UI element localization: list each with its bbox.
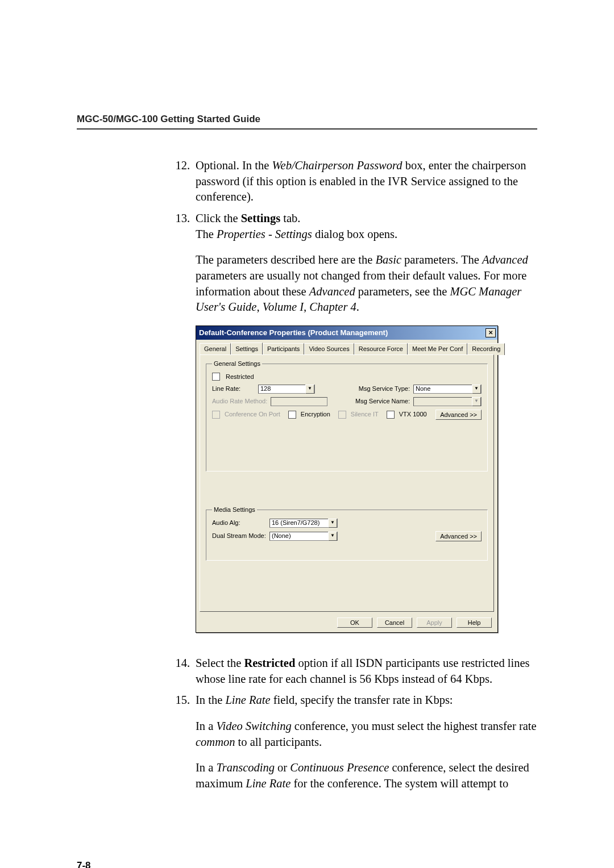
step-number: 13. <box>165 211 196 650</box>
general-advanced-button[interactable]: Advanced >> <box>435 410 482 420</box>
msg-service-name-dropdown: ▼ <box>413 397 482 406</box>
step-number: 15. <box>165 692 196 791</box>
step-14: 14. Select the Restricted option if all … <box>165 656 537 687</box>
tab-resource-force[interactable]: Resource Force <box>354 343 408 355</box>
step-number: 12. <box>165 158 196 205</box>
apply-button: Apply <box>417 617 452 628</box>
chevron-down-icon[interactable]: ▼ <box>305 385 314 394</box>
tab-meet-me-per-conf[interactable]: Meet Me Per Conf <box>408 343 467 355</box>
page-number: 7-8 <box>77 860 537 868</box>
tab-settings[interactable]: Settings <box>231 343 263 354</box>
msg-service-name-label: Msg Service Name: <box>355 397 410 406</box>
dual-stream-dropdown[interactable]: (None) ▼ <box>269 532 338 541</box>
line-rate-label: Line Rate: <box>212 385 255 393</box>
vtx1000-label: VTX 1000 <box>399 410 427 419</box>
step-number: 14. <box>165 656 196 687</box>
restricted-row: Restricted <box>212 373 482 381</box>
conference-onport-checkbox <box>212 411 220 419</box>
step-15: 15. In the Line Rate field, specify the … <box>165 692 537 791</box>
audio-rate-method-label: Audio Rate Method: <box>212 397 267 406</box>
close-icon[interactable]: ✕ <box>486 328 496 337</box>
dialog-tabs: General Settings Participants Video Sour… <box>196 340 497 354</box>
step-15-para3: In a Transcoding or Continuous Presence … <box>196 760 537 791</box>
msg-service-type-label: Msg Service Type: <box>359 385 410 393</box>
audio-rate-method-dropdown <box>271 397 327 406</box>
tab-video-sources[interactable]: Video Sources <box>304 343 354 355</box>
tab-general[interactable]: General <box>200 343 231 355</box>
vtx1000-checkbox[interactable] <box>387 411 395 419</box>
line-rate-dropdown[interactable]: 128 ▼ <box>258 385 315 394</box>
dialog-titlebar[interactable]: Default-Conference Properties (Product M… <box>196 326 497 340</box>
step-list: 12. Optional. In the Web/Chairperson Pas… <box>165 158 537 792</box>
dialog-title: Default-Conference Properties (Product M… <box>199 328 388 338</box>
msg-service-type-dropdown[interactable]: None ▼ <box>413 385 482 394</box>
audio-alg-dropdown[interactable]: 16 (Siren7/G728) ▼ <box>269 519 338 528</box>
help-button[interactable]: Help <box>457 617 492 628</box>
step-14-text: Select the Restricted option if all ISDN… <box>196 656 537 687</box>
conference-onport-label: Conference On Port <box>225 410 280 419</box>
encryption-checkbox[interactable] <box>288 411 296 419</box>
dual-stream-label: Dual Stream Mode: <box>212 532 266 540</box>
step-13-line1: Click the Settings tab. The Properties -… <box>196 211 537 242</box>
encryption-label: Encryption <box>301 410 330 419</box>
step-13: 13. Click the Settings tab. The Properti… <box>165 211 537 650</box>
media-settings-legend: Media Settings <box>212 506 257 514</box>
media-advanced-button[interactable]: Advanced >> <box>435 531 482 541</box>
dialog-footer: OK Cancel Apply Help <box>196 615 497 632</box>
tab-body: General Settings Restricted Line Rate: <box>200 354 494 612</box>
restricted-checkbox[interactable] <box>212 373 220 381</box>
tab-recording[interactable]: Recording <box>467 343 505 355</box>
step-15-para2: In a Video Switching conference, you mus… <box>196 719 537 750</box>
chevron-down-icon: ▼ <box>472 397 481 406</box>
step-13-para2: The parameters described here are the Ba… <box>196 252 537 315</box>
chevron-down-icon[interactable]: ▼ <box>328 532 337 541</box>
restricted-label: Restricted <box>226 373 254 381</box>
step-12-text: Optional. In the Web/Chairperson Passwor… <box>196 158 537 205</box>
chevron-down-icon[interactable]: ▼ <box>472 385 481 394</box>
ok-button[interactable]: OK <box>337 617 372 628</box>
step-12: 12. Optional. In the Web/Chairperson Pas… <box>165 158 537 205</box>
properties-settings-dialog: Default-Conference Properties (Product M… <box>196 326 498 633</box>
tab-participants[interactable]: Participants <box>263 343 304 355</box>
general-settings-legend: General Settings <box>212 360 262 368</box>
audio-alg-label: Audio Alg: <box>212 519 266 527</box>
running-header: MGC-50/MGC-100 Getting Started Guide <box>77 114 537 125</box>
cancel-button[interactable]: Cancel <box>377 617 412 628</box>
media-settings-group: Media Settings Audio Alg: 16 (Siren7/G72… <box>206 506 488 561</box>
header-rule <box>77 128 537 130</box>
general-settings-group: General Settings Restricted Line Rate: <box>206 360 488 471</box>
silence-it-label: Silence IT <box>351 410 379 419</box>
silence-it-checkbox <box>338 411 346 419</box>
step-15-line1: In the Line Rate field, specify the tran… <box>196 692 537 708</box>
chevron-down-icon[interactable]: ▼ <box>328 519 337 528</box>
